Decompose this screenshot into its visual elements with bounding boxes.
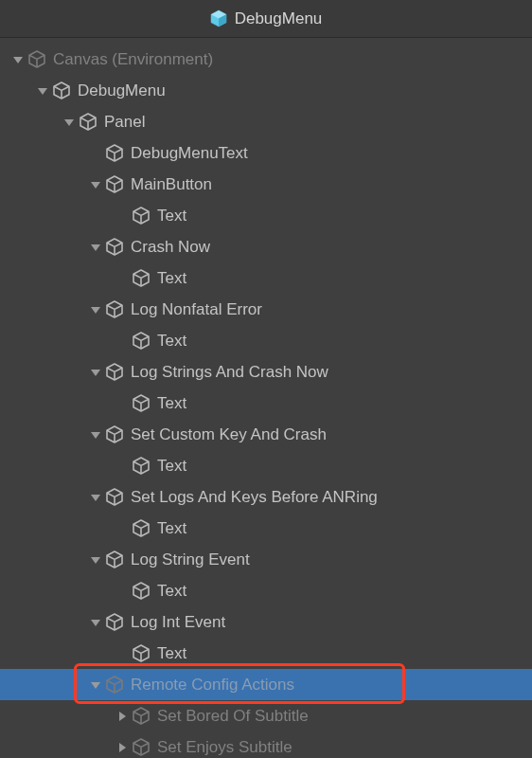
- tree-row-logintevent[interactable]: Log Int Event: [0, 606, 532, 638]
- expand-arrow-down-icon[interactable]: [89, 366, 102, 379]
- tree-row-text[interactable]: Text: [0, 262, 532, 294]
- tree-label: Log Strings And Crash Now: [131, 363, 328, 382]
- tree-label: Log Nonfatal Error: [131, 300, 262, 319]
- tree-label: Canvas (Environment): [53, 50, 213, 69]
- tree-row-setbored[interactable]: Set Bored Of Subtitle: [0, 700, 532, 731]
- gameobject-icon: [27, 49, 47, 70]
- gameobject-icon: [104, 143, 125, 164]
- tree-row-lognonfatal[interactable]: Log Nonfatal Error: [0, 294, 532, 325]
- tree-label: DebugMenu: [78, 81, 166, 100]
- tree-row-text[interactable]: Text: [0, 325, 532, 356]
- tree-row-setlogskeys[interactable]: Set Logs And Keys Before ANRing: [0, 481, 532, 513]
- expand-arrow-down-icon[interactable]: [89, 553, 102, 567]
- tree-row-logstringscrash[interactable]: Log Strings And Crash Now: [0, 356, 532, 388]
- tree-row-text[interactable]: Text: [0, 638, 532, 669]
- gameobject-icon: [104, 424, 125, 445]
- gameobject-icon: [104, 487, 125, 508]
- header-title: DebugMenu: [235, 9, 323, 28]
- tree-label: Text: [157, 332, 186, 351]
- expand-arrow-right-icon[interactable]: [115, 710, 129, 723]
- gameobject-icon: [78, 112, 98, 133]
- tree-label: DebugMenuText: [131, 144, 248, 163]
- gameobject-icon: [131, 456, 151, 477]
- tree-row-debugmenu[interactable]: DebugMenu: [0, 75, 532, 106]
- expand-arrow-down-icon[interactable]: [89, 491, 102, 504]
- hierarchy-tree[interactable]: Canvas (Environment) DebugMenu Panel Deb…: [0, 38, 532, 758]
- tree-label: Text: [157, 269, 186, 288]
- tree-row-panel[interactable]: Panel: [0, 106, 532, 137]
- expand-arrow-down-icon[interactable]: [11, 53, 25, 66]
- tree-row-text[interactable]: Text: [0, 575, 532, 606]
- tree-row-text[interactable]: Text: [0, 450, 532, 481]
- gameobject-icon: [131, 581, 151, 602]
- tree-label: Set Logs And Keys Before ANRing: [131, 488, 378, 507]
- tree-label: Text: [157, 644, 186, 663]
- tree-row-setenjoys[interactable]: Set Enjoys Subtitle: [0, 731, 532, 758]
- tree-label: Set Enjoys Subtitle: [157, 738, 293, 757]
- tree-label: Log String Event: [131, 550, 250, 569]
- gameobject-icon: [131, 206, 151, 226]
- gameobject-icon: [104, 675, 125, 695]
- gameobject-icon: [51, 81, 72, 101]
- expand-arrow-down-icon[interactable]: [89, 678, 102, 692]
- gameobject-icon: [104, 237, 125, 258]
- header-bar: DebugMenu: [0, 0, 532, 38]
- tree-row-remoteconfig[interactable]: Remote Config Actions: [0, 669, 532, 700]
- gameobject-icon: [131, 518, 151, 539]
- gameobject-icon: [104, 362, 125, 383]
- tree-label: Text: [157, 394, 186, 413]
- tree-label: Set Bored Of Subtitle: [157, 707, 309, 726]
- tree-label: Crash Now: [131, 238, 210, 257]
- gameobject-icon: [131, 331, 151, 352]
- tree-row-setcustomkey[interactable]: Set Custom Key And Crash: [0, 419, 532, 450]
- tree-label: Log Int Event: [131, 613, 225, 632]
- tree-row-text[interactable]: Text: [0, 388, 532, 419]
- tree-row-canvas[interactable]: Canvas (Environment): [0, 44, 532, 75]
- tree-row-crashnow[interactable]: Crash Now: [0, 231, 532, 262]
- tree-row-text[interactable]: Text: [0, 513, 532, 544]
- gameobject-icon: [131, 643, 151, 664]
- expand-arrow-down-icon[interactable]: [89, 303, 102, 316]
- tree-label: Panel: [104, 113, 145, 132]
- expand-arrow-down-icon[interactable]: [89, 178, 102, 191]
- prefab-icon: [210, 9, 227, 27]
- gameobject-icon: [104, 299, 125, 320]
- tree-row-logstringevent[interactable]: Log String Event: [0, 544, 532, 575]
- gameobject-icon: [131, 706, 151, 727]
- gameobject-icon: [104, 174, 125, 195]
- tree-label: Set Custom Key And Crash: [131, 425, 327, 444]
- expand-arrow-down-icon[interactable]: [36, 84, 49, 98]
- tree-label: Text: [157, 207, 186, 226]
- tree-row-debugmenutext[interactable]: DebugMenuText: [0, 137, 532, 169]
- tree-label: Remote Config Actions: [131, 676, 294, 695]
- expand-arrow-down-icon[interactable]: [89, 428, 102, 442]
- gameobject-icon: [131, 393, 151, 414]
- tree-label: Text: [157, 582, 186, 601]
- expand-arrow-down-icon[interactable]: [89, 241, 102, 254]
- expand-arrow-down-icon[interactable]: [62, 116, 76, 129]
- tree-label: Text: [157, 519, 186, 538]
- tree-label: Text: [157, 457, 186, 476]
- gameobject-icon: [131, 737, 151, 758]
- gameobject-icon: [104, 612, 125, 633]
- tree-row-text[interactable]: Text: [0, 200, 532, 231]
- expand-arrow-right-icon[interactable]: [115, 741, 129, 754]
- tree-label: MainButton: [131, 175, 212, 194]
- gameobject-icon: [104, 550, 125, 570]
- expand-arrow-down-icon[interactable]: [89, 616, 102, 629]
- gameobject-icon: [131, 268, 151, 289]
- tree-row-mainbutton[interactable]: MainButton: [0, 169, 532, 200]
